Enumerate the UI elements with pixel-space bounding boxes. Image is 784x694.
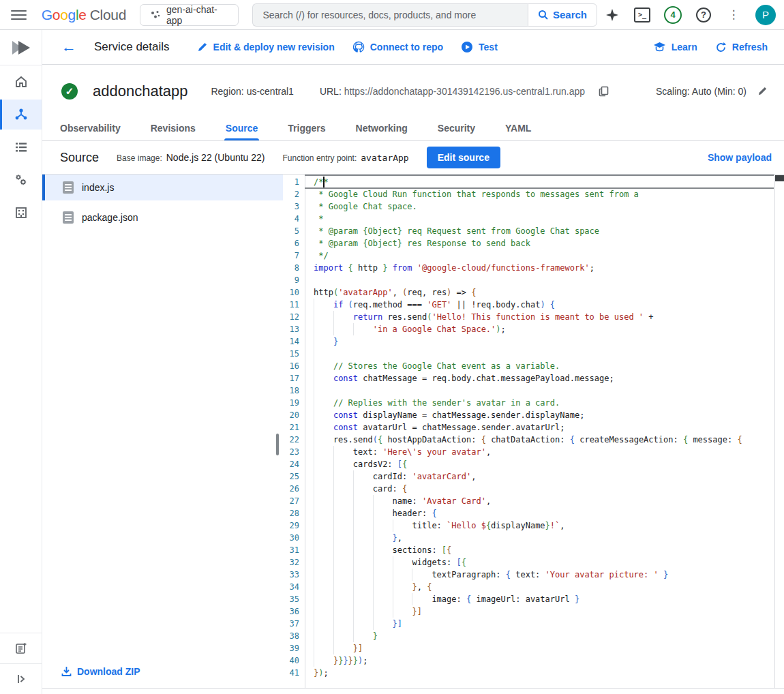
code-line[interactable]: 26 card: { [283, 483, 774, 495]
tab-security[interactable]: Security [436, 117, 477, 140]
copy-url-icon[interactable] [599, 86, 609, 97]
indent-guide [373, 532, 374, 544]
back-arrow-icon[interactable]: ← [61, 38, 76, 56]
code-line[interactable]: 24 cardsV2: [{ [283, 458, 774, 470]
show-payload-link[interactable]: Show payload [708, 152, 772, 163]
search-input[interactable]: Search (/) for resources, docs, products… [252, 3, 528, 27]
file-item-indexjs[interactable]: index.js [42, 175, 283, 200]
code-line[interactable]: 1/** [283, 176, 774, 188]
line-number: 7 [283, 250, 305, 262]
code-line[interactable]: 15 [283, 348, 774, 360]
tab-networking[interactable]: Networking [355, 117, 409, 140]
code-editor[interactable]: 1/**2 * Google Cloud Run function that r… [283, 175, 784, 688]
avatar[interactable]: P [755, 5, 776, 25]
test-button[interactable]: Test [461, 41, 498, 53]
menu-icon[interactable] [11, 7, 27, 23]
code-line[interactable]: 11 if (req.method === 'GET' || !req.body… [283, 299, 774, 311]
line-text: }] [305, 605, 774, 618]
code-line[interactable]: 3 * Google Chat space. [283, 200, 774, 213]
gemini-sparkle-icon[interactable] [604, 7, 620, 23]
edit-scaling-pencil-icon[interactable] [757, 86, 768, 96]
code-line[interactable]: 8import { http } from '@google-cloud/fun… [283, 262, 774, 274]
code-line[interactable]: 35 image: { imageUrl: avatarUrl } [283, 593, 774, 605]
tab-observability[interactable]: Observability [59, 117, 122, 140]
file-item-packagejson[interactable]: package.json [42, 205, 283, 230]
code-line[interactable]: 38 } [283, 630, 774, 642]
file-tree: index.js package.json Download ZIP [42, 175, 283, 688]
line-number: 4 [283, 213, 305, 225]
google-cloud-logo[interactable]: Google Cloud [42, 7, 126, 23]
code-line[interactable]: 16 // Stores the Google Chat event as a … [283, 360, 774, 372]
refresh-button[interactable]: Refresh [715, 42, 768, 53]
code-line[interactable]: 6 * @param {Object} res Response to send… [283, 237, 774, 250]
code-line[interactable]: 2 * Google Cloud Run function that respo… [283, 188, 774, 200]
code-line[interactable]: 32 widgets: [{ [283, 556, 774, 569]
code-line[interactable]: 29 title: `Hello ${displayName}!`, [283, 519, 774, 532]
code-line[interactable]: 17 const chatMessage = req.body.chat.mes… [283, 372, 774, 384]
edit-source-button[interactable]: Edit source [427, 147, 500, 168]
code-line[interactable]: 18 [283, 384, 774, 397]
code-line[interactable]: 33 textParagraph: { text: 'Your avatar p… [283, 569, 774, 581]
nav-worker-pools-building-icon[interactable] [0, 200, 42, 225]
edit-deploy-button[interactable]: Edit & deploy new revision [197, 42, 335, 52]
entry-point-label: Function entry point: [283, 153, 357, 163]
code-line[interactable]: 13 'in a Google Chat Space.'); [283, 323, 774, 335]
connect-to-repo-button[interactable]: Connect to repo [352, 41, 443, 53]
nav-list-icon[interactable] [0, 135, 42, 160]
project-selector[interactable]: gen-ai-chat-app [140, 4, 239, 26]
code-line[interactable]: 27 name: 'Avatar Card', [283, 495, 774, 507]
line-text: }] [305, 618, 774, 630]
code-line[interactable]: 22 res.send({ hostAppDataAction: { chatD… [283, 434, 774, 446]
tab-yaml[interactable]: YAML [504, 117, 532, 140]
indent-guide [353, 544, 354, 556]
code-line[interactable]: 20 const displayName = chatMessage.sende… [283, 409, 774, 421]
code-line[interactable]: 9 [283, 274, 774, 286]
code-line[interactable]: 36 }] [283, 605, 774, 618]
code-line[interactable]: 34 }, { [283, 581, 774, 593]
url-value[interactable]: https://addonchatapp-301439142196.us-cen… [344, 86, 585, 97]
code-line[interactable]: 23 text: 'Here\'s your avatar', [283, 446, 774, 458]
code-line[interactable]: 5 * @param {Object} req Request sent fro… [283, 225, 774, 237]
code-line[interactable]: 12 return res.send('Hello! This function… [283, 311, 774, 323]
code-line[interactable]: 41}); [283, 667, 774, 679]
code-line[interactable]: 30 }, [283, 532, 774, 544]
code-line[interactable]: 7 */ [283, 250, 774, 262]
notifications-icon[interactable]: 4 [664, 6, 682, 24]
code-line[interactable]: 10http('avatarApp', (req, res) => { [283, 286, 774, 299]
code-line[interactable]: 14 } [283, 335, 774, 348]
search-button[interactable]: Search [528, 3, 597, 27]
code-line[interactable]: 21 const avatarUrl = chatMessage.sender.… [283, 421, 774, 434]
code-line[interactable]: 28 header: { [283, 507, 774, 519]
help-icon[interactable]: ? [695, 7, 712, 23]
editor-scrollbar-thumb[interactable] [775, 175, 784, 181]
url-label: URL: [320, 86, 342, 97]
tab-triggers[interactable]: Triggers [286, 117, 327, 140]
filetree-scrollbar-thumb[interactable] [276, 434, 279, 455]
learn-button[interactable]: Learn [653, 42, 697, 52]
nav-jobs-gears-icon[interactable] [0, 168, 42, 192]
download-zip-button[interactable]: Download ZIP [61, 666, 140, 677]
code-line[interactable]: 19 // Replies with the sender's avatar i… [283, 397, 774, 409]
code-line[interactable]: 31 sections: [{ [283, 544, 774, 556]
nav-home-icon[interactable] [0, 70, 42, 94]
more-vert-icon[interactable]: ⋮ [725, 7, 742, 23]
indent-guide [373, 556, 374, 569]
code-line[interactable]: 40 }}}}}); [283, 654, 774, 667]
code-line[interactable]: 37 }] [283, 618, 774, 630]
indent-guide [353, 630, 354, 642]
code-line[interactable]: 25 cardId: 'avatarCard', [283, 470, 774, 483]
collapse-panel-icon[interactable] [0, 664, 42, 694]
indent-guide [353, 581, 354, 593]
line-number: 36 [283, 605, 305, 618]
line-number: 17 [283, 372, 305, 384]
code-line[interactable]: 39 }] [283, 642, 774, 654]
cloud-shell-icon[interactable]: >_ [634, 7, 650, 23]
tab-source[interactable]: Source [224, 117, 259, 140]
release-notes-icon[interactable] [0, 633, 42, 663]
nav-services-hub-icon[interactable] [0, 100, 42, 130]
left-nav [0, 30, 42, 694]
tab-revisions[interactable]: Revisions [149, 117, 197, 140]
code-line[interactable]: 4 * [283, 213, 774, 225]
editor-scrollbar[interactable] [774, 175, 784, 688]
indent-guide [314, 569, 314, 581]
